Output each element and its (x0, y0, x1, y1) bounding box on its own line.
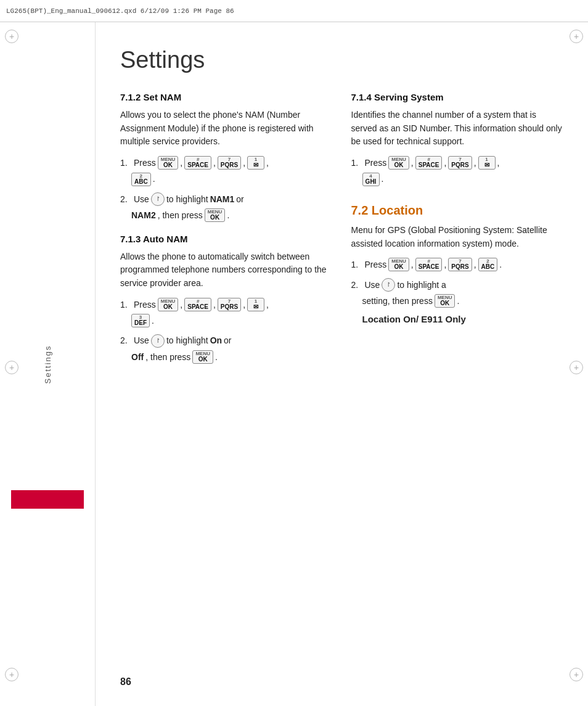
nav-icon: ↾ (151, 334, 165, 348)
section-712-step2: 2. Use ↾ to highlight NAM1 or (120, 192, 333, 206)
sidebar-label: Settings (43, 345, 52, 384)
section-712-step1b: 2ABC . (120, 172, 333, 186)
key-7pqrs: 7PQRS (218, 156, 241, 170)
key-hash-space: #SPACE (415, 156, 443, 170)
sidebar-highlight (11, 490, 84, 509)
left-column: 7.1.2 Set NAM Allows you to select the p… (120, 92, 333, 370)
section-713-description: Allows the phone to automatically switch… (120, 250, 333, 290)
press-text: Press (134, 298, 156, 311)
key-menu-ok-2: MENUOK (205, 208, 226, 222)
location-options-text: Location On/ E911 Only (362, 314, 466, 324)
right-column: 7.1.4 Serving System Identifies the chan… (351, 92, 564, 370)
header-text: LG265(BPT)_Eng_manual_090612.qxd 6/12/09… (6, 7, 234, 15)
section-714-step1b: 4GHI . (351, 172, 564, 186)
key-3def: 3DEF (131, 314, 150, 327)
step-content: Press MENUOK , #SPACE , 7PQRS , 1✉ , (134, 298, 269, 311)
section-72: 7.2 Location Menu for GPS (Global Positi… (351, 203, 564, 325)
key-2abc: 2ABC (131, 173, 151, 186)
page-number: 86 (120, 676, 131, 688)
nam1-text: NAM1 (210, 192, 235, 206)
to-highlight-text: to highlight (166, 192, 208, 206)
section-713-step2: 2. Use ↾ to highlight On or (120, 334, 333, 347)
step-content: 4GHI . (362, 172, 384, 186)
main-content: Settings 7.1.2 Set NAM Allows you to sel… (96, 22, 588, 706)
section-72-step1: 1. Press MENUOK , #SPACE , 7PQRS , 2ABC … (351, 258, 564, 271)
step-label: 2. (351, 278, 362, 292)
key-menu-ok: MENUOK (158, 156, 179, 170)
step-content: Press MENUOK , #SPACE , 7PQRS , 1✉ , (365, 156, 500, 170)
press-text: Press (365, 258, 387, 271)
step-content: Off , then press MENUOK . (131, 350, 218, 364)
nav-icon: ↾ (382, 278, 395, 292)
press-text: Press (134, 156, 156, 170)
section-713-heading: 7.1.3 Auto NAM (120, 234, 333, 244)
section-712-heading: 7.1.2 Set NAM (120, 92, 333, 102)
off-text: Off (131, 350, 144, 364)
step-content: NAM2 , then press MENUOK . (131, 208, 229, 222)
key-hash-space: #SPACE (415, 258, 443, 271)
section-713-step1: 1. Press MENUOK , #SPACE , 7PQRS , 1✉ , (120, 298, 333, 311)
key-2abc: 2ABC (478, 258, 498, 271)
step-content: 2ABC . (131, 172, 155, 186)
key-7pqrs: 7PQRS (448, 156, 472, 170)
nam2-text: NAM2 (131, 208, 156, 222)
step-label: 1. (120, 156, 131, 170)
nav-icon: ↾ (151, 192, 165, 206)
section-712-step2b: NAM2 , then press MENUOK . (120, 208, 333, 222)
section-72-heading: 7.2 Location (351, 203, 564, 218)
key-1: 1✉ (478, 156, 496, 170)
key-1: 1✉ (247, 298, 264, 311)
step-label: 1. (351, 258, 362, 271)
section-712-description: Allows you to select the phone's NAM (Nu… (120, 109, 333, 149)
section-712: 7.1.2 Set NAM Allows you to select the p… (120, 92, 333, 223)
section-714-step1: 1. Press MENUOK , #SPACE , 7PQRS , 1✉ , (351, 156, 564, 170)
section-72-location-options: Location On/ E911 Only (351, 314, 564, 324)
use-text: Use (365, 278, 380, 292)
step-content: 3DEF . (131, 314, 154, 327)
key-menu-ok: MENUOK (158, 298, 179, 311)
step-content: Press MENUOK , #SPACE , 7PQRS , 2ABC . (365, 258, 502, 271)
step-content: Press MENUOK , #SPACE , 7PQRS , 1✉ , (134, 156, 269, 170)
use-text: Use (134, 192, 149, 206)
section-714-heading: 7.1.4 Serving System (351, 92, 564, 102)
section-72-step2b: setting, then press MENUOK . (351, 294, 564, 308)
use-text: Use (134, 334, 149, 347)
two-column-layout: 7.1.2 Set NAM Allows you to select the p… (120, 92, 563, 370)
key-1: 1✉ (247, 156, 264, 170)
step-content: Use ↾ to highlight NAM1 or (134, 192, 244, 206)
section-72-step2: 2. Use ↾ to highlight a (351, 278, 564, 292)
step-label: 1. (351, 156, 362, 170)
section-713-step2b: Off , then press MENUOK . (120, 350, 333, 364)
step-content: setting, then press MENUOK . (362, 294, 460, 308)
section-712-step1: 1. Press MENUOK , #SPACE , 7PQRS , 1✉ , (120, 156, 333, 170)
press-text: Press (365, 156, 387, 170)
to-highlight-text: to highlight (166, 334, 208, 347)
key-menu-ok: MENUOK (388, 258, 409, 271)
section-713-step1b: 3DEF . (120, 314, 333, 327)
key-7pqrs: 7PQRS (218, 298, 241, 311)
section-714: 7.1.4 Serving System Identifies the chan… (351, 92, 564, 186)
page-title: Settings (120, 47, 563, 73)
step-label: 2. (120, 192, 131, 206)
key-menu-ok: MENUOK (388, 156, 409, 170)
header-bar: LG265(BPT)_Eng_manual_090612.qxd 6/12/09… (0, 0, 588, 22)
step-content: Use ↾ to highlight a (365, 278, 446, 292)
sidebar: Settings (0, 22, 96, 706)
step-label: 2. (120, 334, 131, 347)
to-highlight-text: to highlight a (397, 278, 446, 292)
step-content: Use ↾ to highlight On or (134, 334, 232, 347)
on-text: On (210, 334, 222, 347)
key-7pqrs: 7PQRS (448, 258, 472, 271)
step-label: 1. (120, 298, 131, 311)
key-hash-space: #SPACE (184, 298, 211, 311)
section-714-description: Identifies the channel number of a syste… (351, 109, 564, 149)
section-713: 7.1.3 Auto NAM Allows the phone to autom… (120, 234, 333, 364)
section-72-description: Menu for GPS (Global Positioning System:… (351, 224, 564, 250)
key-menu-ok-loc: MENUOK (435, 294, 455, 308)
key-hash-space: #SPACE (184, 156, 211, 170)
key-menu-ok-3: MENUOK (192, 350, 213, 364)
key-4ghi: 4GHI (362, 173, 380, 186)
